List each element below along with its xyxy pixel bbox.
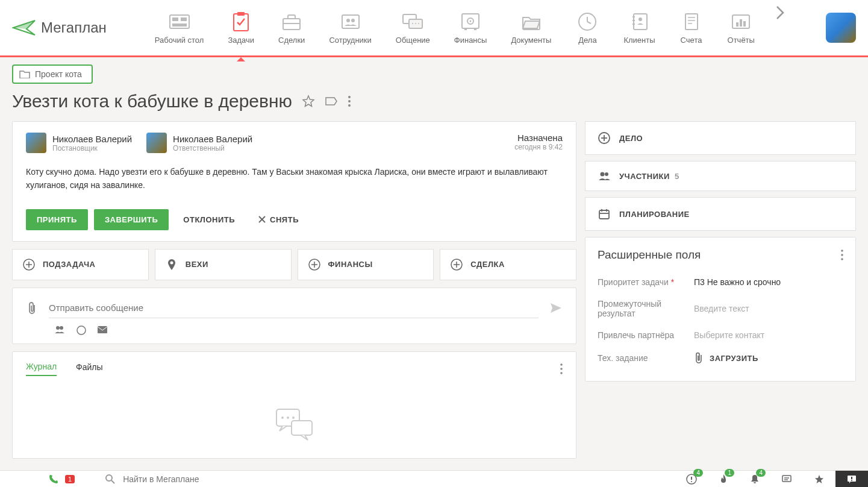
nav-deals[interactable]: Сделки: [266, 5, 317, 51]
ext-interim-row[interactable]: Промежуточный результат Введите текст: [598, 293, 843, 324]
ext-priority-row[interactable]: Приоритет задачи * П3 Не важно и срочно: [598, 271, 843, 293]
side-participants[interactable]: УЧАСТНИКИ 5: [585, 161, 856, 191]
upload-button[interactable]: ЗАГРУЗИТЬ: [694, 352, 758, 364]
tab-journal[interactable]: Журнал: [26, 362, 57, 376]
ext-placeholder: Выберите контакт: [694, 330, 764, 340]
svg-line-23: [587, 22, 591, 24]
user-avatar[interactable]: [826, 13, 856, 43]
tag-icon[interactable]: [325, 96, 338, 107]
nav-desktop[interactable]: Рабочий стол: [143, 5, 216, 51]
nav-tasks[interactable]: Задачи: [216, 5, 266, 51]
side-case[interactable]: ДЕЛО: [585, 121, 856, 155]
side-label: ДЕЛО: [619, 134, 643, 143]
page-title: Увезти кота к бабушке в деревню: [12, 91, 292, 112]
upload-label: ЗАГРУЗИТЬ: [710, 354, 758, 363]
svg-point-57: [560, 368, 563, 370]
svg-rect-34: [736, 22, 738, 27]
svg-point-9: [346, 19, 350, 22]
nav-label: Счета: [681, 36, 702, 45]
main-nav: Рабочий стол Задачи Сделки Сотрудники Об…: [143, 5, 826, 51]
more-vertical-icon[interactable]: [560, 363, 563, 374]
message-card: [12, 287, 576, 344]
nav-affairs[interactable]: Дела: [563, 5, 611, 51]
logo-text: Мегаплан: [41, 19, 107, 36]
journal-empty-state: [26, 376, 563, 442]
svg-point-56: [560, 363, 563, 366]
svg-point-18: [470, 20, 472, 22]
svg-rect-29: [685, 14, 698, 30]
star-icon[interactable]: [302, 95, 315, 108]
remove-button[interactable]: СНЯТЬ: [249, 209, 307, 230]
complete-button[interactable]: ЗАВЕРШИТЬ: [94, 209, 169, 230]
tab-files[interactable]: Файлы: [76, 362, 102, 375]
pin-icon: [165, 258, 178, 271]
remove-label: СНЯТЬ: [270, 215, 299, 224]
plus-circle-icon: [308, 258, 321, 271]
side-planning[interactable]: ПЛАНИРОВАНИЕ: [585, 197, 856, 231]
message-input-row: [26, 298, 563, 318]
assignee-role: Постановщик: [52, 144, 132, 152]
attach-icon: [694, 352, 704, 364]
nav-documents[interactable]: Документы: [499, 5, 563, 51]
more-vertical-icon[interactable]: [348, 95, 351, 107]
breadcrumb-label: Проект кота: [35, 69, 82, 79]
svg-rect-19: [464, 28, 467, 30]
extended-fields-card: Расширенные поля Приоритет задачи * П3 Н…: [585, 237, 856, 382]
svg-point-73: [841, 250, 843, 252]
send-icon[interactable]: [549, 302, 563, 314]
nav-reports[interactable]: Отчёты: [716, 5, 767, 51]
assignee-owner[interactable]: Николаев Валерий Постановщик: [26, 133, 132, 153]
moon-icon[interactable]: [76, 325, 86, 335]
people-icon: [339, 11, 363, 32]
svg-point-58: [560, 372, 563, 374]
main-layout: Николаев Валерий Постановщик Николаев Ва…: [12, 121, 856, 459]
nav-clients[interactable]: Клиенты: [611, 5, 667, 51]
assignees-row: Николаев Валерий Постановщик Николаев Ва…: [26, 133, 563, 153]
nav-employees[interactable]: Сотрудники: [317, 5, 383, 51]
add-subtask-button[interactable]: ПОДЗАДАЧА: [12, 249, 149, 280]
breadcrumb-project[interactable]: Проект кота: [12, 64, 93, 84]
ext-tech-row[interactable]: Тех. задание ЗАГРУЗИТЬ: [598, 346, 843, 370]
ext-value: П3 Не важно и срочно: [694, 277, 781, 287]
nav-label: Клиенты: [623, 36, 655, 45]
add-milestones-button[interactable]: ВЕХИ: [155, 249, 292, 280]
svg-rect-35: [740, 19, 742, 27]
svg-point-37: [348, 96, 351, 98]
ext-partner-row[interactable]: Привлечь партнёра Выберите контакт: [598, 324, 843, 346]
add-label: ВЕХИ: [186, 260, 208, 269]
reject-button[interactable]: ОТКЛОНИТЬ: [175, 209, 243, 230]
svg-point-15: [418, 23, 419, 24]
add-deal-button[interactable]: СДЕЛКА: [440, 249, 576, 280]
assignee-name: Николаев Валерий: [173, 134, 252, 144]
nav-label: Отчёты: [728, 36, 755, 45]
nav-more-icon[interactable]: [767, 5, 793, 51]
status-time: сегодня в 9:42: [514, 143, 563, 151]
nav-invoices[interactable]: Счета: [667, 5, 716, 51]
accept-button[interactable]: ПРИНЯТЬ: [26, 209, 88, 230]
status-label: Назначена: [514, 133, 563, 143]
nav-label: Финансы: [454, 36, 487, 45]
assignee-responsible[interactable]: Николаев Валерий Ответственный: [146, 133, 252, 153]
logo[interactable]: Мегаплан: [12, 16, 107, 40]
nav-finances[interactable]: Финансы: [442, 5, 499, 51]
ext-label: Промежуточный результат: [598, 299, 694, 318]
add-label: ФИНАНСЫ: [328, 260, 373, 269]
folder-icon: [19, 70, 30, 78]
nav-label: Сделки: [278, 36, 305, 45]
more-vertical-icon[interactable]: [841, 250, 843, 260]
left-column: Николаев Валерий Постановщик Николаев Ва…: [12, 121, 576, 459]
app-header: Мегаплан Рабочий стол Задачи Сделки Сотр…: [0, 0, 868, 57]
svg-point-62: [292, 416, 295, 419]
svg-point-75: [841, 258, 843, 260]
mail-icon[interactable]: [97, 325, 108, 335]
message-input[interactable]: [49, 298, 539, 318]
people-icon[interactable]: [54, 325, 66, 335]
nav-label: Общение: [396, 36, 430, 45]
task-card: Николаев Валерий Постановщик Николаев Ва…: [12, 121, 576, 242]
add-finances-button[interactable]: ФИНАНСЫ: [298, 249, 434, 280]
svg-rect-20: [474, 28, 476, 30]
extended-title: Расширенные поля: [598, 248, 701, 262]
attach-icon[interactable]: [26, 301, 38, 315]
nav-chat[interactable]: Общение: [384, 5, 442, 51]
svg-rect-36: [743, 21, 746, 27]
